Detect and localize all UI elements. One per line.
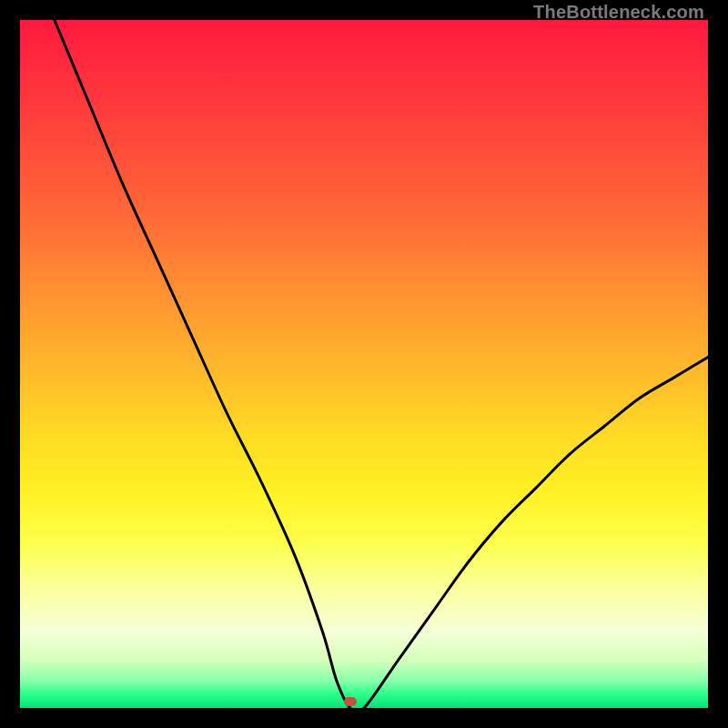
chart-frame: TheBottleneck.com — [0, 0, 728, 728]
bottleneck-curve — [20, 20, 708, 708]
curve-path — [55, 20, 708, 708]
plot-area — [20, 20, 708, 708]
watermark-text: TheBottleneck.com — [533, 2, 704, 23]
optimal-marker — [344, 697, 357, 706]
